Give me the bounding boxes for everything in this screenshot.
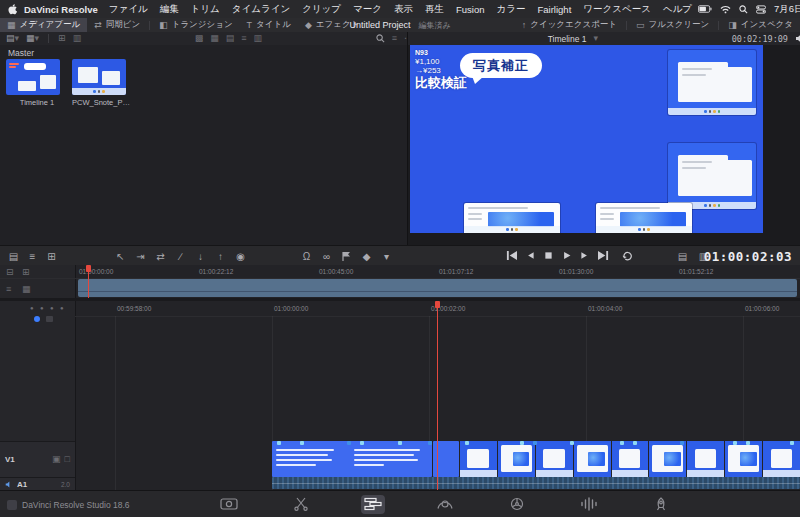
import-media-icon[interactable]: ▥ — [73, 34, 82, 43]
menu-trim[interactable]: トリム — [185, 3, 226, 16]
linked-selection-icon[interactable]: ∞ — [318, 248, 335, 264]
loop-playback-button[interactable] — [621, 250, 634, 261]
clip-marker[interactable] — [570, 441, 574, 445]
menu-file[interactable]: ファイル — [103, 3, 154, 16]
track-auto-select-icon[interactable]: □ — [65, 455, 70, 464]
timeline-playhead-timecode[interactable]: 01:00:02:03 — [704, 249, 792, 264]
clip-marker[interactable] — [347, 441, 351, 445]
marker-color-icon[interactable]: ▾ — [378, 248, 395, 264]
page-color-button[interactable] — [505, 495, 529, 514]
menu-view[interactable]: 表示 — [388, 3, 419, 16]
page-deliver-button[interactable] — [649, 495, 673, 514]
go-to-last-frame-button[interactable] — [597, 250, 610, 261]
menubar-clock[interactable]: 7月6日(土) 4:10 — [774, 3, 800, 16]
filter-icon[interactable]: ▥ — [254, 34, 263, 43]
track-option-box[interactable] — [46, 316, 53, 322]
metadata-view-icon[interactable]: ▤ — [226, 34, 235, 43]
media-clip-timeline1[interactable]: Timeline 1 — [6, 59, 68, 107]
bin-name[interactable]: Master — [8, 48, 34, 58]
timeline-audio-clip[interactable] — [272, 477, 800, 489]
play-button[interactable] — [561, 250, 572, 261]
overview-tool-icon[interactable]: ▦ — [22, 285, 31, 294]
control-center-icon[interactable] — [756, 5, 766, 14]
media-search-icon[interactable] — [376, 34, 385, 43]
step-backward-button[interactable] — [525, 250, 536, 261]
track-option-icon[interactable]: ● — [30, 305, 34, 311]
insert-clip-icon[interactable]: ↓ — [192, 248, 209, 264]
clip-marker[interactable] — [300, 441, 304, 445]
step-forward-button[interactable] — [579, 250, 590, 261]
media-clip-pcw-photo[interactable]: PCW_Snote_Photo... — [72, 59, 134, 107]
overview-tool-icon[interactable]: ≡ — [6, 285, 11, 294]
strip-view-icon[interactable]: ▦ — [210, 34, 219, 43]
menu-workspace[interactable]: ワークスペース — [577, 3, 657, 16]
dynamic-trim-icon[interactable]: ⇄ — [152, 248, 169, 264]
clip-thumbnail[interactable] — [72, 59, 126, 95]
marker-icon[interactable]: ◆ — [358, 248, 375, 264]
clip-marker[interactable] — [680, 441, 684, 445]
overview-tool-icon[interactable]: ⊟ — [6, 268, 14, 277]
overview-tool-icon[interactable]: ⊞ — [22, 268, 30, 277]
selection-mode-icon[interactable]: ↖ — [112, 248, 129, 264]
menubar-app-name[interactable]: DaVinci Resolve — [24, 4, 98, 15]
sync-bin-button[interactable]: ⇄ 同期ビン — [87, 18, 147, 32]
menu-edit[interactable]: 編集 — [154, 3, 185, 16]
search-icon[interactable] — [739, 5, 748, 14]
list-view-icon[interactable]: ▤▾ — [6, 34, 19, 43]
clip-marker[interactable] — [465, 441, 469, 445]
timeline-clip-title-card[interactable] — [272, 441, 432, 477]
menu-color[interactable]: カラー — [491, 3, 532, 16]
project-title[interactable]: Untitled Project — [349, 20, 410, 30]
clip-marker[interactable] — [533, 441, 537, 445]
timeline-selector[interactable]: Timeline 1 — [548, 34, 587, 44]
menu-playback[interactable]: 再生 — [419, 3, 450, 16]
page-edit-button[interactable] — [361, 495, 385, 514]
fullscreen-button[interactable]: ▭ フルスクリーン — [629, 18, 716, 32]
clip-marker[interactable] — [277, 441, 281, 445]
sort-order-icon[interactable]: ≡ — [392, 34, 397, 43]
clip-marker[interactable] — [746, 441, 750, 445]
menu-help[interactable]: ヘルプ — [657, 3, 698, 16]
snapping-icon[interactable]: Ω — [298, 248, 315, 264]
overwrite-clip-icon[interactable]: ↑ — [212, 248, 229, 264]
menu-clip[interactable]: クリップ — [296, 3, 347, 16]
clip-thumbnail[interactable] — [6, 59, 60, 95]
page-fairlight-button[interactable] — [577, 495, 601, 514]
page-media-button[interactable] — [217, 495, 241, 514]
timeline-playhead[interactable] — [437, 301, 438, 490]
sort-icon[interactable]: ≡ — [241, 34, 246, 43]
menu-mark[interactable]: マーク — [347, 3, 388, 16]
audio-monitor-icon[interactable] — [795, 34, 800, 43]
timeline-overview-bar[interactable] — [78, 279, 797, 297]
timeline-settings-icon[interactable]: ⊞ — [43, 248, 60, 264]
track-height-icon[interactable]: ≡ — [24, 248, 41, 264]
speaker-icon[interactable] — [5, 481, 13, 488]
clip-marker[interactable] — [520, 441, 524, 445]
overview-playhead-head[interactable] — [86, 265, 91, 272]
timeline-clip-filmstrip[interactable] — [460, 441, 800, 477]
transitions-button[interactable]: ◧ トランジション — [152, 18, 239, 32]
import-folder-icon[interactable]: ⊞ — [58, 34, 66, 43]
thumb-size-icon[interactable]: ▩ — [195, 34, 204, 43]
media-pool-button[interactable]: ▦ メディアプール — [0, 18, 87, 32]
go-to-first-frame-button[interactable] — [505, 250, 518, 261]
menu-fairlight[interactable]: Fairlight — [531, 4, 577, 15]
clip-marker[interactable] — [633, 441, 637, 445]
page-cut-button[interactable] — [289, 495, 313, 514]
apple-menu-icon[interactable] — [8, 4, 17, 15]
replace-clip-icon[interactable]: ◉ — [232, 248, 249, 264]
timeline-playhead-head[interactable] — [435, 301, 440, 308]
viewer-video[interactable]: N93 ¥1,100 →¥253 比較検証 写真補正 — [410, 45, 763, 233]
chevron-down-icon[interactable]: ▾ — [594, 34, 599, 43]
track-option-icon[interactable]: ● — [60, 305, 64, 311]
track-option-icon[interactable]: ● — [40, 305, 44, 311]
track-color-dot[interactable] — [34, 316, 40, 322]
clip-marker[interactable] — [428, 441, 432, 445]
video-track-header-v1[interactable]: V1 ▣ □ — [0, 441, 75, 477]
thumbnail-view-icon[interactable]: ▦▾ — [26, 34, 39, 43]
flag-icon[interactable] — [338, 248, 355, 264]
timeline-view-options-icon[interactable]: ▤ — [5, 248, 22, 264]
menu-timeline[interactable]: タイムライン — [226, 3, 296, 16]
wifi-icon[interactable] — [720, 5, 731, 14]
stop-button[interactable] — [543, 250, 554, 261]
